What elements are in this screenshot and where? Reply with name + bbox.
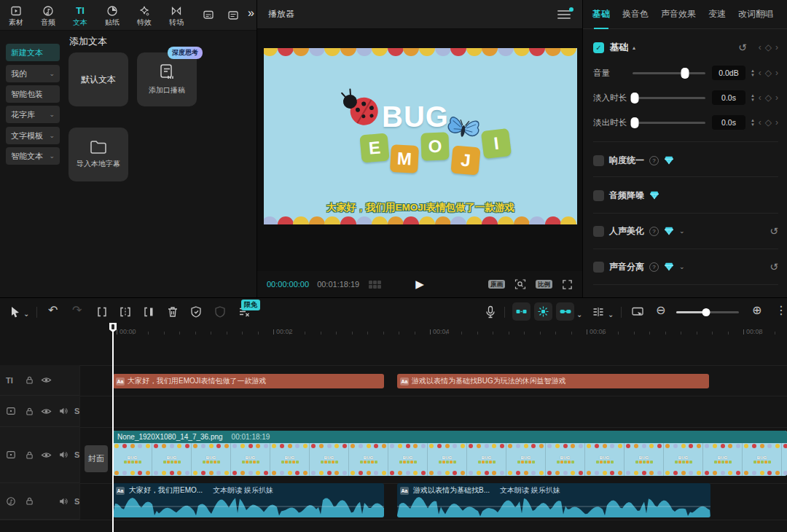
voice-beautify-checkbox[interactable] bbox=[593, 226, 604, 237]
zoom-out-icon[interactable]: ⊖ bbox=[656, 304, 665, 317]
delete-icon[interactable] bbox=[166, 305, 179, 318]
split-delete-right-icon[interactable] bbox=[142, 305, 155, 318]
fade-in-stepper[interactable]: ▲▼ bbox=[748, 93, 757, 102]
video-preview-canvas[interactable]: BUG EMOJI 大家好，我们用EMOJI表情包做了一款游戏 bbox=[264, 48, 577, 224]
track-options-chevron[interactable]: ⌄ bbox=[608, 308, 614, 321]
denoise-checkbox[interactable] bbox=[593, 190, 604, 201]
default-text-card[interactable]: 默认文本 bbox=[68, 52, 128, 106]
thumb-art: BUG bbox=[587, 455, 622, 463]
tab-sound-effects[interactable]: 声音效果 bbox=[661, 8, 696, 20]
link-toggle[interactable] bbox=[556, 302, 574, 321]
keyframe-prev-icon[interactable]: ‹ bbox=[759, 117, 761, 128]
ratio-button[interactable]: 比例 bbox=[536, 280, 552, 289]
record-voiceover-icon[interactable] bbox=[484, 305, 497, 318]
keyframe-add-icon[interactable]: ◇ bbox=[765, 68, 772, 78]
tab-sticker[interactable]: 贴纸 bbox=[96, 0, 128, 31]
chevron-down-icon[interactable]: ⌄ bbox=[679, 227, 685, 235]
tab-clipped[interactable] bbox=[224, 0, 243, 31]
loudness-checkbox[interactable] bbox=[593, 155, 604, 166]
sidebar-item-new-text[interactable]: 新建文本⌄ bbox=[6, 44, 60, 61]
audio-clip[interactable]: Aa 大家好，我们用EMO... 文本朗读 娱乐扒妹 bbox=[113, 483, 384, 517]
tab-lyrics-cover[interactable]: 改词翻唱 bbox=[738, 8, 773, 20]
frame-grid-icon[interactable] bbox=[369, 281, 381, 289]
player-menu-icon[interactable] bbox=[557, 10, 571, 19]
keyframe-add-icon[interactable]: ◇ bbox=[765, 117, 772, 128]
adjust-preview-icon[interactable] bbox=[631, 305, 644, 318]
video-clip[interactable]: None_1920X1080_14_7_36.png 00:01:18:19 B… bbox=[113, 431, 787, 476]
sidebar-item-fancy-text[interactable]: 花字库⌄ bbox=[6, 106, 60, 123]
keyframe-next-icon[interactable]: › bbox=[775, 93, 778, 103]
volume-slider[interactable] bbox=[633, 72, 705, 74]
sidebar-item-mine[interactable]: 我的⌄ bbox=[6, 65, 60, 82]
fade-in-slider[interactable] bbox=[633, 97, 705, 99]
tab-speed[interactable]: 变速 bbox=[708, 8, 726, 20]
tab-captions[interactable] bbox=[192, 0, 224, 31]
keyframe-next-icon[interactable]: › bbox=[775, 68, 778, 78]
expand-toolbar-button[interactable]: » bbox=[248, 7, 253, 20]
help-icon[interactable]: ? bbox=[649, 227, 659, 236]
tab-text[interactable]: TI 文本 bbox=[64, 0, 96, 31]
more-options-icon[interactable]: ⋮ bbox=[775, 304, 787, 317]
tab-voice-change[interactable]: 换音色 bbox=[622, 8, 649, 20]
keyframe-prev-icon[interactable]: ‹ bbox=[759, 93, 761, 103]
fade-out-value[interactable]: 0.0s bbox=[712, 115, 745, 130]
tab-effects[interactable]: 特效 bbox=[128, 0, 160, 31]
reset-icon[interactable]: ↺ bbox=[738, 42, 747, 53]
link-toggle-chevron[interactable]: ⌄ bbox=[576, 308, 582, 321]
preview-zoom-icon[interactable] bbox=[514, 278, 526, 290]
keyframe-prev-icon[interactable]: ‹ bbox=[759, 42, 761, 52]
select-tool-chevron[interactable]: ⌄ bbox=[23, 308, 29, 321]
slider-thumb[interactable] bbox=[681, 68, 689, 79]
zoom-thumb[interactable] bbox=[702, 308, 710, 316]
select-tool-icon[interactable] bbox=[9, 305, 22, 318]
play-button[interactable]: ▶ bbox=[415, 278, 424, 291]
split-icon[interactable] bbox=[95, 305, 109, 318]
sidebar-item-text-template[interactable]: 文字模板⌄ bbox=[6, 127, 60, 144]
fade-out-stepper[interactable]: ▲▼ bbox=[748, 118, 757, 127]
volume-stepper[interactable]: ▲▼ bbox=[748, 69, 757, 77]
preview-toggle[interactable] bbox=[534, 302, 552, 321]
keyframe-next-icon[interactable]: › bbox=[775, 42, 778, 52]
keyframe-next-icon[interactable]: › bbox=[775, 117, 778, 128]
mask-edit-icon[interactable] bbox=[189, 305, 203, 318]
audio-clip[interactable]: Aa 游戏以表情为基础找B... 文本朗读 娱乐扒妹 bbox=[397, 483, 710, 517]
slider-thumb[interactable] bbox=[631, 93, 639, 103]
fullscreen-icon[interactable] bbox=[562, 279, 573, 290]
keyframe-add-icon[interactable]: ◇ bbox=[765, 42, 772, 52]
track-options-icon[interactable] bbox=[592, 305, 605, 318]
tab-basic[interactable]: 基础 bbox=[592, 8, 610, 20]
fade-in-value[interactable]: 0.0s bbox=[712, 90, 745, 105]
audio-icon bbox=[42, 5, 54, 17]
reset-icon[interactable]: ↺ bbox=[770, 225, 778, 237]
undo-icon[interactable]: ↶ bbox=[48, 304, 58, 317]
basic-checkbox[interactable]: ✓ bbox=[593, 42, 604, 53]
add-script-card[interactable]: 深度思考 添加口播稿 bbox=[137, 52, 197, 106]
help-icon[interactable]: ? bbox=[649, 156, 659, 165]
timeline-ruler[interactable]: 00:0000:0200:0400:0600:08 bbox=[0, 326, 787, 339]
help-icon[interactable]: ? bbox=[649, 262, 659, 272]
keyframe-add-icon[interactable]: ◇ bbox=[765, 93, 772, 103]
volume-value[interactable]: 0.0dB bbox=[712, 66, 745, 80]
snap-toggle[interactable] bbox=[512, 302, 530, 321]
text-clip[interactable]: Aa 大家好，我们用EMOJI表情包做了一款游戏 bbox=[113, 374, 384, 388]
split-delete-left-icon[interactable] bbox=[119, 305, 132, 318]
import-subtitles-card[interactable]: 导入本地字幕 bbox=[68, 128, 128, 181]
keyframe-prev-icon[interactable]: ‹ bbox=[759, 68, 761, 78]
zoom-in-icon[interactable]: ⊕ bbox=[752, 304, 761, 317]
tab-transitions[interactable]: 转场 bbox=[160, 0, 192, 31]
slider-thumb[interactable] bbox=[631, 117, 639, 128]
chevron-down-icon[interactable]: ⌄ bbox=[679, 263, 685, 270]
playhead[interactable] bbox=[112, 326, 114, 532]
sidebar-item-smart-text[interactable]: 智能文本⌄ bbox=[6, 147, 60, 165]
fade-out-slider[interactable] bbox=[633, 122, 705, 124]
reset-icon[interactable]: ↺ bbox=[770, 261, 778, 273]
tab-media[interactable]: 素材 bbox=[0, 0, 32, 31]
voice-separation-checkbox[interactable] bbox=[593, 262, 604, 273]
ruler-tick bbox=[712, 332, 713, 335]
quality-button[interactable]: 原画 bbox=[488, 280, 505, 289]
collapse-icon[interactable]: ▴ bbox=[633, 44, 635, 51]
timeline-zoom-slider[interactable] bbox=[676, 311, 739, 313]
sidebar-item-smart-pack[interactable]: 智能包装⌄ bbox=[6, 85, 60, 103]
text-clip[interactable]: Aa 游戏以表情为基础找BUG为玩法的休闲益智游戏 bbox=[397, 374, 709, 388]
tab-audio[interactable]: 音频 bbox=[32, 0, 64, 31]
